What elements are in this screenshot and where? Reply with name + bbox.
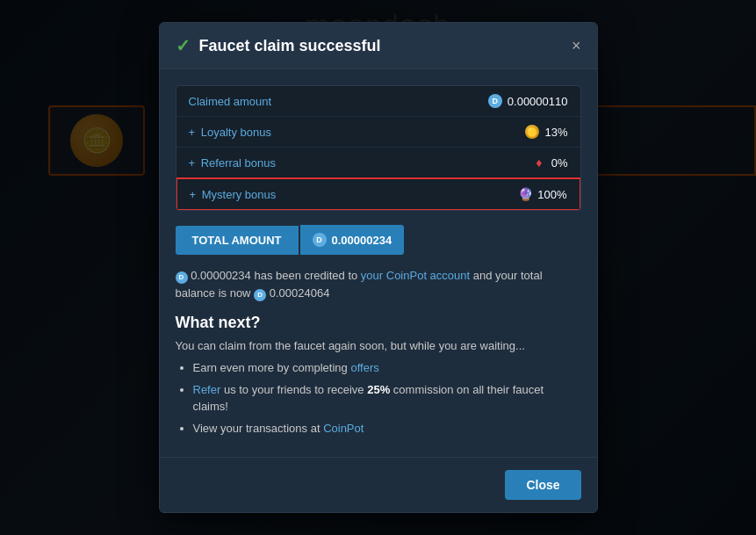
mystery-row: + Mystery bonus 🔮 100% <box>176 177 581 211</box>
total-amount-button[interactable]: TOTAL AMOUNT <box>176 226 299 255</box>
referral-percent: 0% <box>551 156 568 170</box>
credit-message: D 0.00000234 has been credited to your C… <box>176 267 581 301</box>
refer-link[interactable]: Refer <box>193 383 221 396</box>
claimed-label: Claimed amount <box>189 95 272 108</box>
refer-text-after: us to your friends to receive <box>220 383 367 396</box>
checkmark-icon: ✓ <box>176 35 191 56</box>
mystery-percent: 100% <box>537 188 566 201</box>
dash-icon: D <box>488 94 502 108</box>
mystery-label: + Mystery bonus <box>190 188 277 201</box>
balance-dash-icon: D <box>254 289 266 301</box>
plus-icon: + <box>189 126 196 139</box>
close-button[interactable]: Close <box>505 470 580 500</box>
claimed-row: Claimed amount D 0.00000110 <box>176 86 580 117</box>
what-next-list: Earn even more by completing offers Refe… <box>176 359 581 437</box>
claimed-value: D 0.00000110 <box>488 94 568 108</box>
loyalty-value: 🟡 13% <box>525 125 567 139</box>
credit-amount: 0.00000234 <box>191 269 251 282</box>
total-amount: 0.00000234 <box>332 234 392 247</box>
what-next-section: What next? You can claim from the faucet… <box>176 314 581 441</box>
what-next-heading: What next? <box>176 314 581 332</box>
bonus-table: Claimed amount D 0.00000110 + Loyalty bo… <box>176 85 581 211</box>
referral-icon: ♦ <box>532 155 546 170</box>
offers-text-before: Earn even more by completing <box>193 361 351 374</box>
loyalty-percent: 13% <box>544 126 567 139</box>
modal-close-button[interactable]: × <box>572 38 581 54</box>
refer-bold: 25% <box>367 383 390 396</box>
modal-header: ✓ Faucet claim successful × <box>160 23 597 69</box>
referral-value: ♦ 0% <box>532 155 568 170</box>
loyalty-row: + Loyalty bonus 🟡 13% <box>176 117 580 148</box>
plus-icon: + <box>190 188 197 201</box>
total-value-button[interactable]: D 0.00000234 <box>300 225 405 255</box>
referral-label: + Referral bonus <box>189 156 277 170</box>
list-item-refer: Refer us to your friends to receive 25% … <box>193 381 581 416</box>
loyalty-icon: 🟡 <box>525 125 539 139</box>
plus-icon: + <box>189 156 196 170</box>
modal-title: ✓ Faucet claim successful <box>176 35 381 56</box>
modal-title-text: Faucet claim successful <box>199 37 381 55</box>
total-row: TOTAL AMOUNT D 0.00000234 <box>176 225 581 255</box>
transactions-text-before: View your transactions at <box>193 422 324 435</box>
loyalty-label: + Loyalty bonus <box>189 126 271 139</box>
modal-body: Claimed amount D 0.00000110 + Loyalty bo… <box>160 69 597 457</box>
coinpot-link[interactable]: CoinPot <box>323 422 364 435</box>
claimed-amount: 0.00000110 <box>508 95 568 108</box>
balance-amount: 0.00024064 <box>270 286 330 300</box>
mystery-value: 🔮 100% <box>518 187 566 201</box>
list-item-offers: Earn even more by completing offers <box>193 359 581 377</box>
list-item-transactions: View your transactions at CoinPot <box>193 420 581 437</box>
dialog: ✓ Faucet claim successful × Claimed amou… <box>159 22 598 513</box>
coinpot-account-link[interactable]: your CoinPot account <box>361 269 470 282</box>
modal-container: ✓ Faucet claim successful × Claimed amou… <box>0 0 756 535</box>
modal-footer: Close <box>160 457 597 512</box>
offers-link[interactable]: offers <box>350 361 378 374</box>
credit-dash-icon: D <box>176 271 188 284</box>
referral-row: + Referral bonus ♦ 0% <box>176 148 580 178</box>
total-dash-icon: D <box>313 233 327 247</box>
what-next-intro: You can claim from the faucet again soon… <box>176 339 581 352</box>
mystery-icon: 🔮 <box>518 187 532 201</box>
